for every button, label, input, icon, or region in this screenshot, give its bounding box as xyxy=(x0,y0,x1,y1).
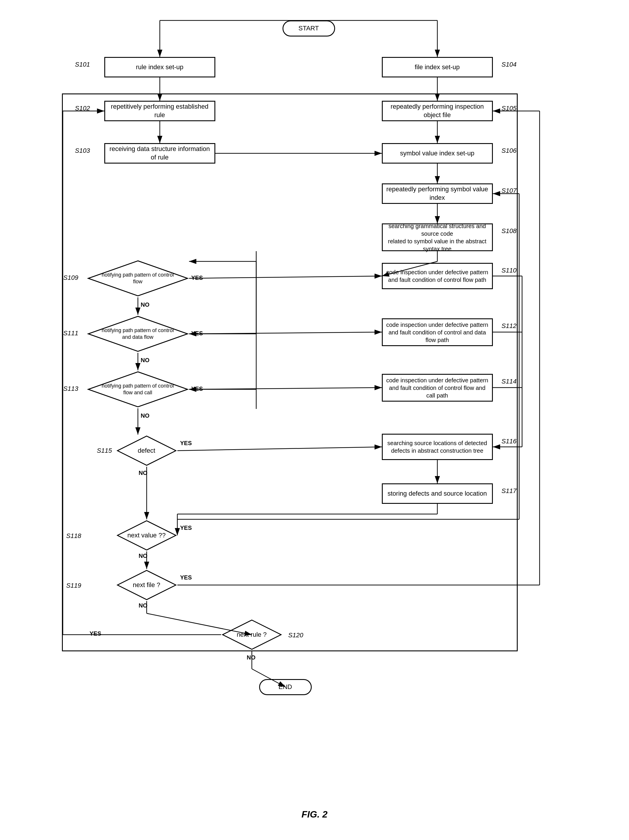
repeated-inspection-box: repeatedly performing inspection object … xyxy=(382,101,493,121)
figure-caption: FIG. 2 xyxy=(302,809,327,820)
yn-s113-yes: YES xyxy=(191,385,203,392)
repetitive-rule-box: repetitively performing established rule xyxy=(104,101,215,121)
code-insp-s112-box: code inspection under defective pattern … xyxy=(382,318,493,346)
label-s106: S106 xyxy=(502,147,517,155)
yn-s118-no: NO xyxy=(139,553,147,559)
end-node: END xyxy=(259,679,312,695)
label-s109: S109 xyxy=(63,274,78,281)
diamond-s113: notifying path pattern of control flow a… xyxy=(87,370,189,408)
label-s101: S101 xyxy=(75,61,90,68)
label-s107: S107 xyxy=(502,187,517,194)
label-s114: S114 xyxy=(502,377,517,385)
label-s103: S103 xyxy=(75,147,90,155)
yn-s115-no: NO xyxy=(139,470,147,476)
label-s118: S118 xyxy=(66,532,81,540)
flowchart-diagram: START rule index set-up S101 file index … xyxy=(37,12,592,800)
yn-s118-yes: YES xyxy=(180,524,192,531)
start-node: START xyxy=(283,21,335,36)
yn-s119-no: NO xyxy=(139,602,147,609)
yn-s113-no: NO xyxy=(141,412,150,419)
label-s120: S120 xyxy=(288,632,303,639)
label-s119: S119 xyxy=(66,582,81,589)
yn-s109-yes: YES xyxy=(191,275,203,281)
diamond-s111: notifying path pattern of control and da… xyxy=(87,315,189,353)
searching-source-box: searching source locations of detected d… xyxy=(382,434,493,460)
code-insp-s114-box: code inspection under defective pattern … xyxy=(382,374,493,402)
label-s111: S111 xyxy=(63,330,78,337)
storing-defects-box: storing defects and source location xyxy=(382,483,493,504)
label-s104: S104 xyxy=(502,61,517,68)
diamond-s115: defect xyxy=(116,434,177,467)
symbol-value-setup-box: symbol value index set-up xyxy=(382,143,493,164)
searching-grammatical-box: searching grammatical structures and sou… xyxy=(382,223,493,251)
label-s102: S102 xyxy=(75,104,90,112)
repeated-symbol-box: repeatedly performing symbol value index xyxy=(382,183,493,204)
label-s112: S112 xyxy=(502,322,517,330)
label-s110: S110 xyxy=(502,267,517,274)
label-s108: S108 xyxy=(502,227,517,235)
label-s116: S116 xyxy=(502,437,517,445)
yn-s119-yes: YES xyxy=(180,574,192,581)
label-s117: S117 xyxy=(502,487,517,495)
diamond-s120: next rule ? xyxy=(221,619,283,651)
label-s105: S105 xyxy=(502,104,517,112)
yn-s120-no: NO xyxy=(247,654,256,661)
diamond-s118: next value ?? xyxy=(116,519,177,551)
label-s113: S113 xyxy=(63,385,78,393)
code-insp-s110-box: code inspection under defective pattern … xyxy=(382,263,493,289)
file-index-setup-box: file index set-up xyxy=(382,57,493,77)
diamond-s119: next file ? xyxy=(116,569,177,601)
rule-index-setup-box: rule index set-up xyxy=(104,57,215,77)
yn-s120-yes: YES xyxy=(90,630,101,637)
yn-s111-yes: YES xyxy=(191,330,203,337)
yn-s115-yes: YES xyxy=(180,440,192,447)
yn-s109-no: NO xyxy=(141,302,150,308)
label-s115: S115 xyxy=(97,447,112,455)
receive-data-struct-box: receiving data structure information of … xyxy=(104,143,215,164)
yn-s111-no: NO xyxy=(141,357,150,364)
diamond-s109: notifying path pattern of control flow xyxy=(87,259,189,297)
